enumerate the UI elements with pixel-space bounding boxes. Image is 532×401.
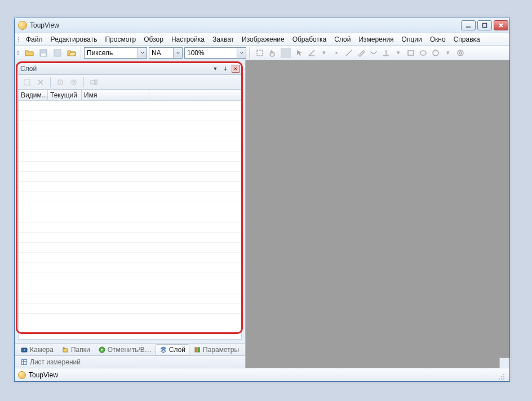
tab-params[interactable]: Параметры — [189, 344, 243, 355]
svg-rect-19 — [24, 79, 30, 85]
panel-menu-icon[interactable]: ▼ — [211, 65, 219, 73]
tab-folders[interactable]: Папки — [57, 344, 94, 355]
panel-header[interactable]: Слой ▼ × — [18, 63, 242, 75]
col-spacer — [149, 90, 241, 100]
svg-point-16 — [433, 50, 438, 56]
set-current-icon: ! — [55, 77, 66, 88]
save-icon — [37, 47, 50, 59]
zoom-value: 100% — [185, 49, 237, 57]
table-row — [19, 304, 241, 314]
table-row — [19, 101, 241, 111]
close-button[interactable] — [494, 20, 508, 30]
svg-rect-33 — [195, 347, 197, 352]
workarea[interactable] — [246, 60, 509, 368]
menu-help[interactable]: Справка — [450, 34, 484, 44]
params-icon — [193, 346, 201, 354]
dropdown-icon[interactable] — [173, 48, 182, 58]
table-header: Видим… Текущий Имя — [18, 90, 242, 101]
browse-icon[interactable] — [65, 47, 78, 59]
undo-icon — [98, 346, 106, 354]
svg-point-39 — [503, 374, 504, 375]
dropdown-icon[interactable] — [237, 48, 246, 58]
panel-toolbar: ! — [18, 75, 242, 90]
point-icon — [331, 48, 342, 58]
dropdown-icon[interactable] — [138, 48, 147, 58]
menu-setup[interactable]: Настройка — [167, 34, 209, 44]
menu-window[interactable]: Окно — [426, 34, 450, 44]
ring-icon — [455, 48, 466, 58]
angle-dropdown-icon: ▾ — [319, 48, 329, 58]
status-app-name: ToupView — [29, 371, 58, 379]
table-row — [19, 162, 241, 172]
na-value: NA — [149, 49, 173, 57]
layer-icon — [159, 346, 167, 354]
zoom-combo[interactable]: 100% — [184, 47, 246, 59]
sheet-icon — [20, 358, 28, 366]
window-title: ToupView — [30, 21, 458, 29]
tab-camera[interactable]: Камера — [16, 344, 57, 355]
col-name[interactable]: Имя — [82, 90, 149, 100]
table-row — [19, 192, 241, 202]
menu-options[interactable]: Опции — [398, 34, 426, 44]
maximize-button[interactable] — [477, 20, 492, 30]
svg-rect-1 — [483, 23, 487, 27]
window-controls — [461, 20, 508, 30]
table-row — [19, 172, 241, 182]
tab-measure-sheet[interactable]: Лист измерений — [16, 357, 85, 368]
col-current[interactable]: Текущий — [48, 90, 82, 100]
menu-capture[interactable]: Захват — [209, 34, 238, 44]
menu-layer[interactable]: Слой — [330, 34, 354, 44]
tab-label: Папки — [71, 346, 90, 354]
table-row — [19, 121, 241, 131]
circle-dropdown-icon: ▾ — [443, 48, 453, 58]
na-combo[interactable]: NA — [149, 47, 183, 59]
svg-rect-35 — [22, 359, 27, 364]
hline-icon — [356, 48, 366, 58]
menu-measure[interactable]: Измерения — [354, 34, 397, 44]
svg-point-24 — [73, 81, 75, 83]
separator — [249, 47, 250, 59]
table-row — [19, 263, 241, 273]
tab-layer[interactable]: Слой — [156, 344, 189, 355]
tab-undo[interactable]: Отменить/В… — [94, 344, 156, 355]
perp-icon — [381, 48, 391, 58]
unit-combo[interactable]: Пиксель — [84, 47, 147, 59]
menu-view[interactable]: Просмотр — [101, 34, 140, 44]
table-row — [19, 283, 241, 293]
svg-rect-34 — [198, 347, 200, 352]
resize-grip-icon[interactable] — [498, 368, 506, 381]
titlebar[interactable]: ToupView — [15, 17, 509, 33]
ellipse-icon — [418, 48, 428, 58]
svg-rect-5 — [41, 54, 46, 56]
menu-image[interactable]: Изображение — [238, 34, 289, 44]
menu-edit[interactable]: Редактировать — [47, 34, 101, 44]
svg-line-9 — [346, 50, 352, 56]
minimize-button[interactable] — [461, 20, 476, 30]
svg-point-15 — [420, 51, 426, 55]
track-icon — [255, 48, 265, 58]
scroll-corner — [499, 358, 509, 368]
svg-rect-6 — [54, 50, 61, 56]
panel-tabs-2: Лист измерений — [15, 355, 245, 368]
side-panel: Слой ▼ × ! Видим… Текущий Имя — [15, 60, 246, 368]
line-icon — [344, 48, 354, 58]
table-row — [19, 233, 241, 243]
panel-close-icon[interactable]: × — [232, 65, 240, 73]
folder-icon — [61, 346, 69, 354]
separator — [83, 77, 84, 87]
table-row — [19, 141, 241, 152]
table-body[interactable] — [18, 101, 242, 340]
menu-file[interactable]: Файл — [22, 34, 47, 44]
pin-icon[interactable] — [221, 65, 229, 73]
open-icon[interactable] — [23, 47, 36, 59]
menu-browse[interactable]: Обзор — [140, 34, 167, 44]
svg-rect-14 — [408, 51, 414, 55]
table-row — [19, 111, 241, 121]
panel-tabs: Камера Папки Отменить/В… Слой Параметры — [15, 343, 245, 355]
svg-point-42 — [503, 378, 504, 380]
menu-process[interactable]: Обработка — [289, 34, 331, 44]
camera-icon — [20, 346, 28, 354]
table-row — [19, 152, 241, 162]
col-visible[interactable]: Видим… — [19, 90, 48, 100]
arrow-icon — [294, 48, 304, 58]
